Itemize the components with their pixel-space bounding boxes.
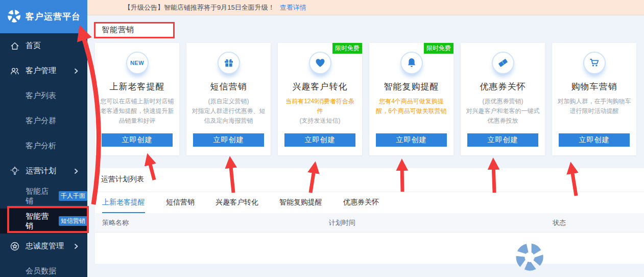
- marketing-card-3: 限时免费 智能复购提醒 您有4个商品可做复购提醒，6个商品可做关联营销 立即创建: [369, 43, 454, 155]
- marketing-card-5: 购物车营销 对加购人群，在手淘购物车进行限时活动提醒 立即创建: [552, 43, 636, 155]
- plan-list-title: 运营计划列表: [101, 175, 144, 184]
- tab-1[interactable]: 短信营销: [166, 192, 195, 213]
- marketing-card-1: 短信营销 (原自定义营销)对指定人群进行优惠券、短信及定向海报营销 立即创建: [186, 43, 271, 155]
- card-description: (原自定义营销)对指定人群进行优惠券、短信及定向海报营销: [186, 97, 271, 126]
- table-header-row: 策略名称计划时间状态: [95, 213, 644, 233]
- tab-2[interactable]: 兴趣客户转化: [216, 192, 258, 213]
- sidebar-item-5[interactable]: 运营计划: [0, 158, 87, 183]
- marketing-card-2: 限时免费 兴趣客户转化 当前有1249消费者符合条件(支持发送短信) 立即创建: [278, 43, 362, 155]
- app-title: 客户运营平台: [26, 11, 81, 22]
- tab-3[interactable]: 智能复购提醒: [279, 192, 322, 213]
- new-label: NEW: [130, 60, 144, 66]
- gift-icon: [218, 52, 240, 74]
- sidebar-item-label: 客户管理: [26, 66, 56, 76]
- limited-free-badge: 限时免费: [424, 43, 454, 54]
- card-title: 智能复购提醒: [369, 81, 454, 93]
- card-desc-line: (原自定义营销): [192, 97, 266, 106]
- star-circle-icon: [9, 241, 20, 252]
- sidebar-item-label: 智能店铺: [26, 187, 53, 206]
- sidebar-item-label: 忠诚度管理: [26, 241, 64, 251]
- section-marker: [95, 176, 97, 183]
- app-logo[interactable]: 客户运营平台: [0, 0, 87, 33]
- card-desc-line: (支持发送短信): [283, 116, 357, 126]
- plan-list-panel: 运营计划列表 上新老客提醒短信营销兴趣客户转化智能复购提醒优惠券关怀 策略名称计…: [95, 168, 644, 264]
- sidebar-item-0[interactable]: 首页: [0, 33, 87, 58]
- card-desc-line: (原优惠券营销): [466, 97, 540, 106]
- ticket-icon: [492, 52, 514, 74]
- cart-icon: [583, 52, 606, 74]
- plan-list-header: 运营计划列表: [95, 168, 644, 192]
- card-title: 上新老客提醒: [95, 81, 179, 93]
- card-description: 对加购人群，在手淘购物车进行限时活动提醒: [552, 97, 636, 116]
- chevron-right-icon: [73, 168, 79, 174]
- sidebar-item-label: 首页: [26, 41, 41, 51]
- card-title: 短信营销: [186, 81, 271, 93]
- sidebar-item-badge: 短信营销: [59, 216, 87, 226]
- card-description: (原优惠券营销)对兴趣客户和老客的一键式优惠券投放: [461, 97, 545, 126]
- sidebar-item-3[interactable]: 客户分群: [0, 108, 87, 133]
- card-title: 优惠券关怀: [461, 81, 545, 93]
- view-details-link[interactable]: 查看详情: [280, 3, 306, 12]
- sidebar-item-2[interactable]: 客户列表: [0, 83, 87, 108]
- card-title: 购物车营销: [552, 81, 636, 93]
- column-header-1: 计划时间: [271, 218, 414, 227]
- sidebar-item-4[interactable]: 客户分析: [0, 133, 87, 158]
- card-description: 您可以在店铺上新时对店铺老客通知提醒，快速提升新品销量和好评: [95, 97, 179, 126]
- marketing-card-0: NEW 上新老客提醒 您可以在店铺上新时对店铺老客通知提醒，快速提升新品销量和好…: [95, 43, 179, 155]
- tab-0[interactable]: 上新老客提醒: [102, 192, 145, 213]
- card-title: 兴趣客户转化: [278, 81, 362, 93]
- sidebar-item-label: 会员数据: [26, 266, 56, 276]
- page-title-annotation-box: 智能营销: [94, 22, 175, 38]
- tab-4[interactable]: 优惠券关怀: [343, 192, 379, 213]
- new-icon: NEW: [126, 52, 149, 74]
- card-desc-line: 对指定人群进行优惠券、短信及定向海报营销: [192, 106, 266, 126]
- sidebar-item-label: 运营计划: [26, 166, 56, 176]
- create-now-button[interactable]: 立即创建: [284, 133, 355, 147]
- sidebar-item-label: 客户列表: [26, 91, 56, 101]
- sidebar-item-1[interactable]: 客户管理: [0, 58, 87, 83]
- create-now-button[interactable]: 立即创建: [559, 133, 630, 147]
- sidebar-item-8[interactable]: 忠诚度管理: [0, 234, 87, 259]
- sidebar-item-9[interactable]: 会员数据: [0, 259, 87, 277]
- marketing-cards: NEW 上新老客提醒 您可以在店铺上新时对店铺老客通知提醒，快速提升新品销量和好…: [95, 43, 636, 155]
- card-desc-line: 对兴趣客户和老客的一键式优惠券投放: [466, 106, 540, 126]
- card-desc-line: 您可以在店铺上新时对店铺老客通知提醒，快速提升新品销量和好评: [100, 97, 174, 126]
- sidebar-item-6[interactable]: 智能店铺 千人千面: [0, 183, 87, 209]
- create-now-button[interactable]: 立即创建: [376, 133, 447, 147]
- bell-icon: [400, 52, 423, 74]
- create-now-button[interactable]: 立即创建: [467, 133, 538, 147]
- sidebar: 客户运营平台 首页 客户管理 客户列表 客户分群 客户分析 运营计划 智能店铺 …: [0, 0, 87, 277]
- limited-free-badge: 限时免费: [332, 43, 362, 54]
- page-title: 智能营销: [102, 25, 134, 34]
- upgrade-announcement-banner: 【升级公告】智能店铺推荐将于9月15日全面升级！ 查看详情: [87, 0, 644, 15]
- sidebar-nav: 首页 客户管理 客户列表 客户分群 客户分析 运营计划 智能店铺 千人千面 智能…: [0, 33, 87, 277]
- create-now-button[interactable]: 立即创建: [102, 133, 173, 147]
- sidebar-item-7[interactable]: 智能营销 短信营销: [0, 209, 87, 234]
- card-desc-line: 您有4个商品可做复购提醒，6个商品可做关联营销: [374, 97, 448, 116]
- create-now-button[interactable]: 立即创建: [193, 133, 264, 147]
- loading-spinner-icon: [515, 242, 544, 272]
- card-desc-line: 对加购人群，在手淘购物车进行限时活动提醒: [557, 97, 631, 116]
- bulb-icon: [9, 166, 20, 177]
- users-icon: [9, 65, 20, 77]
- sidebar-item-badge: 千人千面: [59, 191, 87, 201]
- sidebar-item-label: 客户分群: [26, 116, 56, 126]
- table-body: [95, 233, 644, 268]
- card-description: 当前有1249消费者符合条件(支持发送短信): [278, 97, 362, 126]
- pinwheel-logo-icon: [7, 9, 21, 25]
- card-desc-line: 当前有1249消费者符合条件: [283, 97, 357, 116]
- column-header-0: 策略名称: [95, 218, 271, 227]
- marketing-card-4: 优惠券关怀 (原优惠券营销)对兴趣客户和老客的一键式优惠券投放 立即创建: [461, 43, 545, 155]
- main-area: 【升级公告】智能店铺推荐将于9月15日全面升级！ 查看详情 智能营销 NEW 上…: [87, 0, 644, 277]
- heart-icon: [309, 52, 331, 74]
- plan-tabs: 上新老客提醒短信营销兴趣客户转化智能复购提醒优惠券关怀: [95, 192, 644, 213]
- sidebar-item-label: 智能营销: [26, 212, 53, 231]
- home-icon: [9, 40, 20, 52]
- chevron-right-icon: [73, 68, 79, 74]
- column-header-2: 状态: [414, 218, 644, 227]
- announcement-text: 【升级公告】智能店铺推荐将于9月15日全面升级！: [124, 3, 275, 12]
- sidebar-item-label: 客户分析: [26, 141, 56, 151]
- chevron-right-icon: [73, 243, 79, 249]
- card-description: 您有4个商品可做复购提醒，6个商品可做关联营销: [369, 97, 454, 116]
